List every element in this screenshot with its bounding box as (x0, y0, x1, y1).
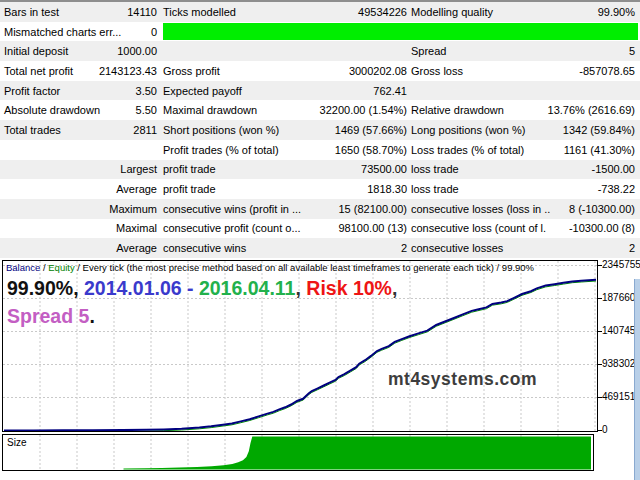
table-cell: Profit trades (% of total) (163, 144, 279, 156)
y-axis-tick (598, 430, 602, 431)
table-cell: 14110 (127, 6, 157, 18)
table-cell: Modelling quality (411, 6, 493, 18)
table-cell: 1161 (41.30%) (564, 144, 635, 156)
table-cell: 49534226 (358, 6, 407, 18)
text-segment: / Every tick (the most precise method ba… (75, 262, 534, 273)
table-cell: Bars in test (4, 6, 59, 18)
size-chart[interactable]: Size (2, 434, 594, 471)
table-row[interactable]: Total net profit2143123.43Gross profit30… (0, 61, 640, 81)
table-cell: 3000202.08 (349, 65, 407, 77)
table-cell: 2143123.43 (99, 65, 157, 77)
text-segment: 2014.01.06 (84, 277, 187, 299)
table-cell: loss trade (411, 183, 459, 195)
y-axis-tick (598, 364, 602, 365)
text-segment: , (392, 277, 397, 299)
table-cell: 32200.00 (1.54%) (320, 104, 407, 116)
table-row[interactable]: Mismatched charts err...0 (0, 22, 640, 42)
text-segment: Spread 5 (7, 305, 89, 327)
table-cell: 1000.00 (117, 45, 157, 57)
table-cell: Gross profit (163, 65, 220, 77)
y-axis-tick (598, 331, 602, 332)
table-row[interactable]: Maximalconsecutive profit (count o...981… (0, 219, 640, 239)
annotation-line-2: Spread 5. (7, 302, 397, 330)
y-axis-tick (598, 265, 602, 266)
size-chart-svg (3, 435, 593, 470)
table-cell: Total trades (4, 124, 61, 136)
chart-header: Balance / Equity / Every tick (the most … (6, 262, 534, 273)
table-cell: 1342 (59.84%) (563, 124, 635, 136)
table-cell: 99.90% (598, 6, 635, 18)
table-cell: 1650 (58.70%) (335, 144, 407, 156)
table-cell: 8 (-10300.00) (569, 203, 635, 215)
y-axis-tick (598, 298, 602, 299)
table-cell: Ticks modelled (163, 6, 236, 18)
table-cell: Mismatched charts err... (4, 26, 121, 38)
table-cell: 1469 (57.66%) (335, 124, 407, 136)
window-edge (634, 279, 640, 480)
table-cell: Expected payoff (163, 85, 242, 97)
table-row[interactable]: Absolute drawdown5.50Maximal drawdown322… (0, 100, 640, 120)
table-cell: Total net profit (4, 65, 73, 77)
text-segment: - (187, 277, 199, 299)
table-cell: 1818.30 (367, 183, 407, 195)
table-cell: profit trade (163, 163, 216, 175)
text-segment: , (73, 277, 84, 299)
text-segment: . (89, 305, 94, 327)
text-segment: Risk 10% (306, 277, 392, 299)
modelling-quality-bar (163, 23, 638, 40)
table-cell: loss trade (411, 163, 459, 175)
table-cell: Gross loss (411, 65, 463, 77)
table-cell: Average (116, 183, 157, 195)
table-cell: Relative drawdown (411, 104, 504, 116)
balance-chart[interactable]: Balance / Equity / Every tick (the most … (2, 260, 598, 432)
table-cell: consecutive profit (count o... (163, 222, 301, 234)
watermark: mt4systems.com (388, 369, 537, 390)
size-panel-label: Size (7, 437, 26, 448)
table-cell: Loss trades (% of total) (411, 144, 524, 156)
table-cell: 2 (629, 242, 635, 254)
annotation-line-1: 99.90%, 2014.01.06 - 2016.04.11, Risk 10… (7, 274, 397, 302)
y-axis-label: 2345755 (602, 259, 640, 270)
table-cell: -857078.65 (579, 65, 635, 77)
table-cell: Maximal (116, 222, 157, 234)
table-cell: Maximal drawdown (163, 104, 257, 116)
table-cell: Maximum (109, 203, 157, 215)
table-cell: Average (116, 242, 157, 254)
table-cell: consecutive wins (profit in ... (163, 203, 301, 215)
table-cell: Long positions (won %) (411, 124, 525, 136)
table-cell: Spread (411, 45, 446, 57)
table-row[interactable]: Profit factor3.50Expected payoff762.41 (0, 81, 640, 101)
results-table: Bars in test14110Ticks modelled49534226M… (0, 2, 640, 258)
table-cell: 2 (401, 242, 407, 254)
table-cell: 5 (629, 45, 635, 57)
table-cell: Largest (120, 163, 157, 175)
text-segment: Equity (48, 262, 74, 273)
table-cell: Short positions (won %) (163, 124, 279, 136)
table-cell: consecutive losses (411, 242, 503, 254)
table-cell: 0 (151, 26, 157, 38)
text-segment: 2016.04.11 (199, 277, 296, 299)
y-axis-tick (598, 397, 602, 398)
table-row[interactable]: Averageconsecutive wins2consecutive loss… (0, 238, 640, 258)
strategy-tester-report: Bars in test14110Ticks modelled49534226M… (0, 0, 640, 480)
table-row[interactable]: Profit trades (% of total)1650 (58.70%)L… (0, 140, 640, 160)
table-cell: 5.50 (136, 104, 157, 116)
table-row[interactable]: Maximumconsecutive wins (profit in ...15… (0, 199, 640, 219)
table-cell: profit trade (163, 183, 216, 195)
table-row[interactable]: Largestprofit trade73500.00loss trade-15… (0, 160, 640, 180)
table-row[interactable]: Bars in test14110Ticks modelled49534226M… (0, 2, 640, 22)
table-cell: Absolute drawdown (4, 104, 100, 116)
table-row[interactable]: Total trades2811Short positions (won %)1… (0, 120, 640, 140)
table-row[interactable]: Averageprofit trade1818.30loss trade-738… (0, 179, 640, 199)
table-cell: 13.76% (2616.69) (548, 104, 635, 116)
y-axis-label: 469151 (602, 391, 635, 402)
table-cell: consecutive loss (count of l. (411, 222, 546, 234)
text-segment: Balance (6, 262, 40, 273)
table-cell: -10300.00 (8) (569, 222, 635, 234)
text-segment: , (295, 277, 306, 299)
table-row[interactable]: Initial deposit1000.00Spread5 (0, 41, 640, 61)
table-cell: 3.50 (136, 85, 157, 97)
text-segment: 99.90% (7, 277, 73, 299)
table-cell: 15 (82100.00) (339, 203, 408, 215)
chart-annotation: 99.90%, 2014.01.06 - 2016.04.11, Risk 10… (7, 274, 397, 330)
